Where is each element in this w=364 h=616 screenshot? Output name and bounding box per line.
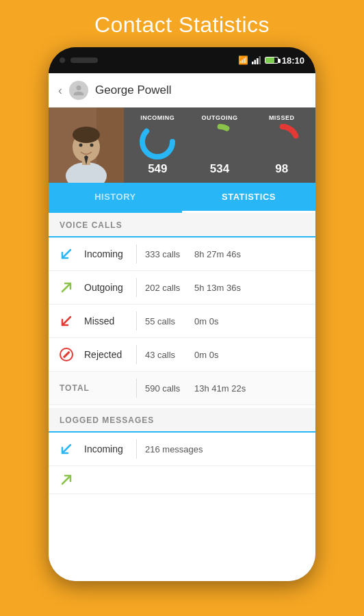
tab-statistics[interactable]: STATISTICS	[182, 183, 315, 213]
messages-incoming-arrow-icon	[60, 442, 73, 456]
outgoing-label: Outgoing	[84, 282, 136, 293]
svg-line-23	[62, 476, 70, 484]
row-messages-incoming: Incoming 216 messages	[49, 433, 315, 466]
svg-line-19	[62, 250, 70, 258]
rejected-duration: 0m 0s	[194, 350, 315, 360]
missed-label: Missed	[84, 316, 136, 326]
incoming-duration: 8h 27m 46s	[194, 249, 315, 259]
messages-incoming-label: Incoming	[84, 444, 136, 454]
donut-missed-value: 98	[275, 162, 288, 176]
total-divider	[136, 378, 137, 398]
total-calls: 590 calls	[145, 383, 194, 394]
content-area: VOICE CALLS Incoming 333 calls 8h 27m 46…	[49, 213, 315, 581]
rejected-divider	[136, 345, 137, 364]
messages-incoming-divider	[136, 439, 137, 459]
incoming-icon-cell	[49, 247, 84, 261]
svg-line-20	[62, 283, 70, 292]
incoming-divider	[136, 244, 137, 264]
contact-avatar-icon	[69, 81, 88, 100]
rejected-calls: 43 calls	[145, 350, 194, 360]
svg-rect-3	[259, 56, 261, 64]
donut-incoming-value: 549	[148, 162, 167, 176]
missed-duration: 0m 0s	[194, 316, 315, 326]
total-label: TOTAL	[49, 383, 136, 393]
svg-point-11	[79, 144, 83, 147]
status-bar: 📶 18:10	[49, 47, 315, 73]
svg-rect-1	[254, 60, 256, 65]
contact-photo	[49, 107, 124, 183]
donut-outgoing: OUTGOING 534	[200, 114, 239, 176]
speaker	[70, 57, 98, 63]
battery-icon	[265, 57, 278, 64]
row-missed: Missed 55 calls 0m 0s	[49, 305, 315, 338]
missed-calls: 55 calls	[145, 316, 194, 326]
svg-point-9	[73, 127, 100, 143]
missed-arrow-icon	[60, 314, 73, 328]
page-title-banner: Contact Statistics	[94, 0, 270, 47]
messages-outgoing-arrow-icon	[60, 473, 73, 487]
contact-name: George Powell	[95, 84, 172, 97]
missed-divider	[136, 311, 137, 331]
missed-icon-cell	[49, 314, 84, 328]
donut-missed-label: MISSED	[269, 114, 295, 121]
outgoing-calls: 202 calls	[145, 283, 194, 293]
donut-incoming-label: INCOMING	[140, 114, 174, 121]
row-rejected: Rejected 43 calls 0m 0s	[49, 338, 315, 372]
logged-messages-title: LOGGED MESSAGES	[60, 415, 154, 425]
phone-frame: 📶 18:10 ‹ George Powell	[49, 47, 315, 581]
svg-rect-0	[252, 62, 254, 64]
incoming-calls: 333 calls	[145, 249, 194, 259]
svg-rect-2	[257, 58, 259, 64]
contact-bar: ‹ George Powell	[49, 73, 315, 107]
svg-point-12	[90, 144, 94, 147]
donut-incoming: INCOMING 549	[138, 114, 177, 176]
tabs-bar: HISTORY STATISTICS	[49, 183, 315, 213]
row-total: TOTAL 590 calls 13h 41m 22s	[49, 372, 315, 405]
stats-header: INCOMING 549 OUTGOING	[49, 107, 315, 183]
incoming-arrow-icon	[60, 247, 73, 261]
donut-outgoing-value: 534	[210, 162, 229, 176]
screen: ‹ George Powell	[49, 73, 315, 581]
donut-missed: MISSED 98	[263, 114, 301, 176]
rejected-icon	[60, 348, 73, 361]
time-display: 18:10	[282, 55, 304, 66]
outgoing-duration: 5h 13m 36s	[194, 283, 315, 293]
svg-line-22	[62, 445, 70, 453]
voice-calls-title: VOICE CALLS	[60, 220, 122, 230]
donut-stats-area: INCOMING 549 OUTGOING	[124, 110, 315, 180]
outgoing-divider	[136, 278, 137, 297]
incoming-label: Incoming	[84, 248, 136, 259]
row-outgoing: Outgoing 202 calls 5h 13m 36s	[49, 271, 315, 305]
svg-point-15	[205, 127, 235, 157]
outgoing-icon-cell	[49, 281, 84, 294]
logged-messages-section-header: LOGGED MESSAGES	[49, 408, 315, 433]
outgoing-arrow-icon	[60, 281, 73, 294]
messages-outgoing-icon-cell	[49, 473, 84, 487]
tab-history[interactable]: HISTORY	[49, 183, 182, 213]
rejected-label: Rejected	[84, 349, 136, 360]
rejected-icon-cell	[49, 348, 84, 361]
row-messages-outgoing	[49, 466, 315, 494]
messages-incoming-count: 216 messages	[145, 444, 315, 454]
messages-incoming-icon-cell	[49, 442, 84, 456]
camera	[60, 57, 65, 63]
wifi-icon: 📶	[238, 55, 248, 65]
signal-icon	[252, 56, 261, 64]
back-button[interactable]: ‹	[58, 84, 62, 98]
donut-outgoing-label: OUTGOING	[201, 114, 237, 121]
row-incoming: Incoming 333 calls 8h 27m 46s	[49, 238, 315, 271]
total-duration: 13h 41m 22s	[194, 383, 246, 394]
svg-line-21	[62, 317, 70, 325]
voice-calls-section-header: VOICE CALLS	[49, 213, 315, 238]
